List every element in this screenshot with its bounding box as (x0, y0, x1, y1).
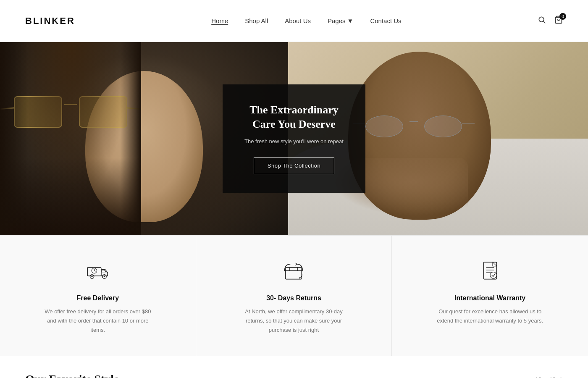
svg-point-7 (104, 276, 105, 277)
brand-logo[interactable]: BLINKER (25, 16, 75, 26)
hero-overlay-box: The Extraordinary Care You Deserve The f… (223, 84, 365, 193)
nav-contact-us[interactable]: Contact Us (370, 17, 401, 24)
man-glass-bridge (410, 121, 418, 122)
chevron-down-icon: ▼ (347, 17, 354, 24)
nav-links: Home Shop All About Us Pages ▼ Contact U… (211, 17, 401, 25)
feature-30-days-returns: 30- Days Returns At North, we offer comp… (196, 236, 392, 356)
shop-collection-button[interactable]: Shop The Collection (254, 157, 334, 174)
search-icon (538, 16, 546, 24)
svg-point-0 (539, 17, 544, 22)
hero-heading: The Extraordinary Care You Deserve (239, 103, 349, 131)
svg-rect-3 (87, 268, 101, 276)
man-glass-left (365, 116, 403, 137)
svg-line-10 (94, 270, 95, 271)
feature-free-delivery: Free Delivery We offer free delivery for… (0, 236, 196, 356)
feature-free-delivery-title: Free Delivery (17, 294, 179, 302)
feature-30-days-title: 30- Days Returns (213, 294, 375, 302)
arrow-icon: ↗ (558, 376, 563, 378)
glasses-overlay (10, 96, 131, 132)
cart-button[interactable]: 0 (554, 16, 563, 26)
nav-home[interactable]: Home (211, 17, 228, 24)
hero-section: The Extraordinary Care You Deserve The f… (0, 42, 588, 235)
navbar: BLINKER Home Shop All About Us Pages ▼ C… (0, 0, 588, 42)
favorite-section-header: Our Favorite Style View All ↗ (0, 356, 588, 378)
feature-international-warranty: International Warranty Our quest for exc… (392, 236, 588, 356)
svg-rect-11 (286, 268, 302, 279)
nav-about-us[interactable]: About Us (285, 17, 311, 24)
delivery-truck-icon (83, 257, 113, 286)
nav-shop-all[interactable]: Shop All (245, 17, 268, 24)
hero-subtext: The fresh new style you'll were on repea… (239, 137, 349, 146)
navbar-icons: 0 (538, 16, 563, 26)
man-glass-right (424, 116, 462, 137)
glasses-left-lens (14, 96, 62, 128)
feature-free-delivery-desc: We offer free delivery for all orders ov… (43, 307, 152, 335)
view-all-link[interactable]: View All ↗ (536, 376, 563, 378)
svg-line-1 (543, 21, 546, 24)
warranty-document-icon (475, 257, 505, 286)
search-button[interactable] (538, 16, 546, 26)
favorite-title: Our Favorite Style (25, 373, 119, 378)
nav-pages[interactable]: Pages ▼ (328, 17, 353, 24)
svg-point-17 (490, 272, 497, 279)
return-box-icon (279, 257, 308, 286)
glasses-right-lens (79, 96, 127, 128)
feature-warranty-title: International Warranty (409, 294, 571, 302)
man-glasses-overlay (363, 116, 464, 141)
feature-30-days-desc: At North, we offer complimentary 30-day … (239, 307, 348, 335)
svg-point-5 (91, 276, 92, 277)
features-section: Free Delivery We offer free delivery for… (0, 235, 588, 356)
glasses-bridge (64, 104, 77, 105)
feature-warranty-desc: Our quest for excellence has allowed us … (436, 307, 545, 326)
cart-badge: 0 (559, 13, 566, 20)
view-all-label: View All (536, 376, 555, 378)
